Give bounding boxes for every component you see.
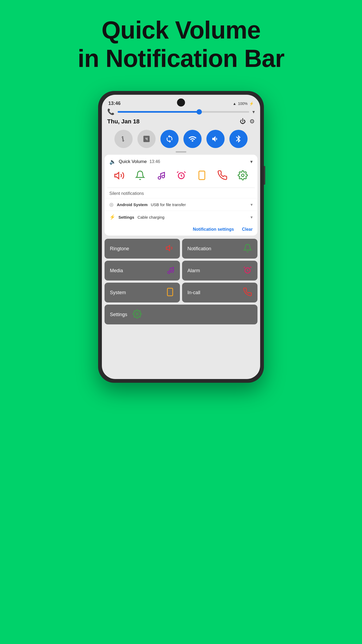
volume-icon: 🔈 xyxy=(109,158,116,165)
header-line1: Quick Volume xyxy=(0,16,362,44)
battery-percent: 100% xyxy=(238,101,248,106)
incall-icon xyxy=(217,170,228,183)
vol-media[interactable] xyxy=(156,170,166,183)
svg-point-17 xyxy=(136,313,138,315)
power-icon[interactable]: ⏻ xyxy=(240,118,246,125)
app-label-notification: Notification xyxy=(187,246,211,252)
drag-handle xyxy=(176,151,186,153)
notif-item-android[interactable]: ◎ Android System USB for file transfer ▾ xyxy=(105,198,257,211)
toggle-sync[interactable] xyxy=(160,130,179,148)
app-label-media: Media xyxy=(110,268,123,274)
vol-system[interactable] xyxy=(197,170,207,183)
toggle-bluetooth[interactable] xyxy=(229,130,248,148)
notification-icon xyxy=(135,170,145,183)
header-line2: in Notification Bar xyxy=(0,44,362,73)
toggle-nfc[interactable] xyxy=(137,130,156,148)
notif-chevron-1[interactable]: ▾ xyxy=(251,202,253,207)
notif-item-left-2: ⚡ Settings Cable charging xyxy=(109,214,164,220)
app-cell-media[interactable]: Media xyxy=(105,261,180,281)
svg-marker-0 xyxy=(115,172,119,179)
vol-notification[interactable] xyxy=(135,170,145,183)
app-grid: Ringtone Notification xyxy=(105,239,257,324)
date-text: Thu, Jan 18 xyxy=(107,118,140,125)
app-label-ringtone: Ringtone xyxy=(110,246,129,252)
phone-outer: 13:46 ▲ 100% ⚡ 📞 ▾ Thu, Jan 18 xyxy=(98,91,264,383)
notification-actions: Notification settings Clear xyxy=(105,223,257,236)
svg-line-4 xyxy=(177,172,178,173)
app-label-system: System xyxy=(110,290,126,296)
battery-icon: ⚡ xyxy=(249,101,254,106)
settings-icon[interactable]: ⚙ xyxy=(249,118,255,125)
volume-controls-row xyxy=(105,168,257,188)
settings-vol-icon xyxy=(238,170,248,183)
clear-button[interactable]: Clear xyxy=(242,227,253,232)
ringtone-icon xyxy=(114,170,125,183)
phone-screen: 13:46 ▲ 100% ⚡ 📞 ▾ Thu, Jan 18 xyxy=(102,95,260,379)
quick-toggles-row xyxy=(102,128,260,151)
notif-item-left: ◎ Android System USB for file transfer xyxy=(109,202,186,207)
svg-line-13 xyxy=(244,267,245,268)
slider-fill xyxy=(118,111,199,113)
app-cell-incall[interactable]: In-call xyxy=(182,283,257,302)
camera-notch xyxy=(177,99,185,107)
volume-slider-row[interactable]: 📞 ▾ xyxy=(102,107,260,118)
app-cell-settings[interactable]: Settings xyxy=(105,305,257,324)
svg-marker-9 xyxy=(166,245,170,251)
quick-volume-header[interactable]: 🔈 Quick Volume 13:46 ▾ xyxy=(105,155,257,168)
settings-app-name: Settings xyxy=(118,215,134,219)
app-icon-ringtone xyxy=(165,244,175,254)
settings-notif-text: Cable charging xyxy=(137,215,164,219)
app-label-incall: In-call xyxy=(187,290,200,296)
silent-notifications-header: Silent notifications xyxy=(105,188,257,198)
svg-line-14 xyxy=(250,267,251,268)
status-time: 13:46 xyxy=(108,101,121,106)
app-label-settings-grid: Settings xyxy=(110,312,127,317)
svg-line-5 xyxy=(184,172,186,173)
app-cell-ringtone[interactable]: Ringtone xyxy=(105,239,180,259)
qv-left: 🔈 Quick Volume 13:46 xyxy=(109,158,160,165)
app-cell-system[interactable]: System xyxy=(105,283,180,302)
slider-chevron[interactable]: ▾ xyxy=(252,109,255,115)
notif-item-settings[interactable]: ⚡ Settings Cable charging ▾ xyxy=(105,211,257,223)
media-icon xyxy=(156,170,166,183)
toggle-sound[interactable] xyxy=(206,130,225,148)
side-button[interactable] xyxy=(264,166,265,185)
app-icon-media xyxy=(165,266,175,276)
signal-icon: ▲ xyxy=(233,101,236,106)
app-icon-notification xyxy=(243,244,252,254)
notification-settings-button[interactable]: Notification settings xyxy=(193,227,234,232)
header-section: Quick Volume in Notification Bar xyxy=(0,0,362,73)
app-icon-alarm xyxy=(243,266,252,276)
app-icon-settings-grid xyxy=(133,309,142,320)
alarm-icon xyxy=(176,170,186,183)
volume-slider-track[interactable] xyxy=(118,111,249,113)
vol-incall[interactable] xyxy=(217,170,228,183)
app-cell-alarm[interactable]: Alarm xyxy=(182,261,257,281)
vol-ringtone[interactable] xyxy=(114,170,125,183)
vol-alarm[interactable] xyxy=(176,170,186,183)
app-icon-system xyxy=(165,287,175,298)
android-system-app-name: Android System xyxy=(117,202,148,207)
qv-expand-chevron[interactable]: ▾ xyxy=(250,159,253,165)
settings-notif-icon: ⚡ xyxy=(109,214,115,220)
toggle-wifi[interactable] xyxy=(183,130,202,148)
system-icon xyxy=(197,170,207,183)
svg-point-8 xyxy=(242,174,244,177)
toggle-data[interactable] xyxy=(114,130,133,148)
phone-wrapper: 13:46 ▲ 100% ⚡ 📞 ▾ Thu, Jan 18 xyxy=(98,91,264,383)
notification-panel: 🔈 Quick Volume 13:46 ▾ xyxy=(105,155,257,236)
app-label-alarm: Alarm xyxy=(187,268,200,274)
app-icon-incall xyxy=(243,287,252,298)
android-system-text: USB for file transfer xyxy=(151,202,186,207)
phone-call-icon: 📞 xyxy=(107,108,114,115)
vol-settings[interactable] xyxy=(238,170,248,183)
status-icons: ▲ 100% ⚡ xyxy=(233,101,254,106)
slider-thumb[interactable] xyxy=(197,109,202,115)
date-action-icons: ⏻ ⚙ xyxy=(240,118,255,125)
date-row: Thu, Jan 18 ⏻ ⚙ xyxy=(102,118,260,128)
app-cell-notification[interactable]: Notification xyxy=(182,239,257,259)
qv-title: Quick Volume xyxy=(119,159,147,164)
android-system-icon: ◎ xyxy=(109,202,114,207)
notif-chevron-2[interactable]: ▾ xyxy=(251,215,253,220)
qv-time: 13:46 xyxy=(149,159,160,164)
